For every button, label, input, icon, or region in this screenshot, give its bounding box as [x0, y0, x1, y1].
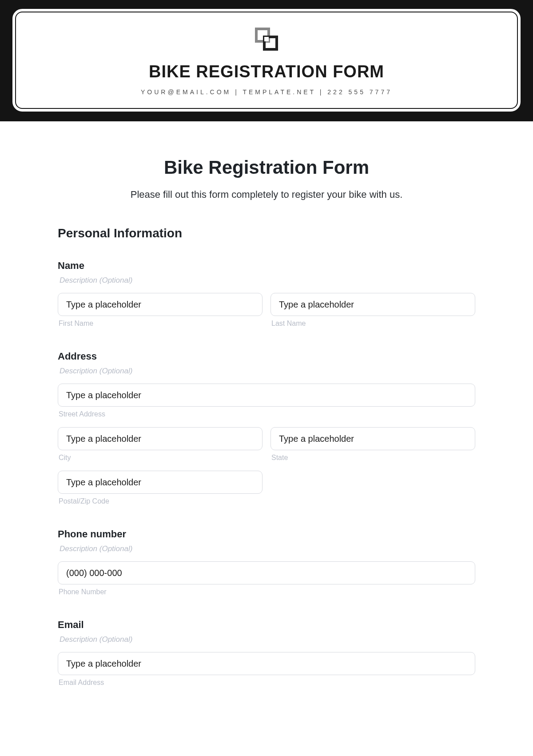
phone-group: Phone number Description (Optional) Phon…	[58, 528, 475, 596]
banner-contact: YOUR@EMAIL.COM | TEMPLATE.NET | 222 555 …	[22, 88, 511, 96]
address-description: Description (Optional)	[58, 367, 475, 376]
chain-link-icon	[254, 27, 279, 53]
email-label: Email	[58, 619, 475, 631]
state-sublabel: State	[270, 454, 475, 462]
phone-sublabel: Phone Number	[58, 588, 475, 596]
banner-title: BIKE REGISTRATION FORM	[22, 62, 511, 81]
section-personal-info: Personal Information	[58, 226, 475, 240]
address-group: Address Description (Optional) Street Ad…	[58, 351, 475, 505]
last-name-input[interactable]	[270, 293, 475, 316]
form-content: Bike Registration Form Please fill out t…	[0, 121, 533, 687]
street-input[interactable]	[58, 384, 475, 407]
first-name-input[interactable]	[58, 293, 263, 316]
svg-rect-2	[264, 37, 269, 41]
name-label: Name	[58, 260, 475, 272]
zip-input[interactable]	[58, 471, 263, 494]
name-group: Name Description (Optional) First Name L…	[58, 260, 475, 328]
street-sublabel: Street Address	[58, 410, 475, 418]
phone-label: Phone number	[58, 528, 475, 540]
zip-sublabel: Postal/Zip Code	[58, 497, 263, 505]
email-description: Description (Optional)	[58, 635, 475, 644]
city-input[interactable]	[58, 427, 263, 450]
city-sublabel: City	[58, 454, 263, 462]
state-input[interactable]	[270, 427, 475, 450]
phone-input[interactable]	[58, 561, 475, 584]
banner-card: BIKE REGISTRATION FORM YOUR@EMAIL.COM | …	[12, 9, 521, 112]
email-input[interactable]	[58, 652, 475, 675]
email-group: Email Description (Optional) Email Addre…	[58, 619, 475, 687]
phone-description: Description (Optional)	[58, 544, 475, 553]
page-subtitle: Please fill out this form completely to …	[58, 189, 475, 200]
name-description: Description (Optional)	[58, 276, 475, 285]
address-label: Address	[58, 351, 475, 362]
first-name-sublabel: First Name	[58, 320, 263, 328]
last-name-sublabel: Last Name	[270, 320, 475, 328]
banner: BIKE REGISTRATION FORM YOUR@EMAIL.COM | …	[0, 0, 533, 121]
page-title: Bike Registration Form	[58, 157, 475, 178]
email-sublabel: Email Address	[58, 679, 475, 687]
